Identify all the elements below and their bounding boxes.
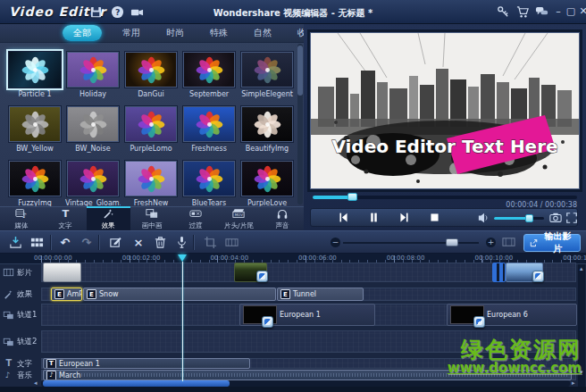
- film-icon: [3, 267, 14, 278]
- toolbar-separator: [193, 235, 194, 250]
- effect-thumb[interactable]: DanGui: [123, 51, 179, 98]
- effect-thumb[interactable]: BlueTears: [181, 160, 237, 207]
- camcorder-icon[interactable]: [130, 5, 144, 19]
- scroll-up-arrow-icon[interactable]: ▴: [580, 266, 583, 272]
- flower-graphic: [253, 55, 282, 85]
- flower-graphic: [79, 110, 108, 139]
- timeline-zoom-slider[interactable]: [343, 242, 479, 244]
- effect-thumb[interactable]: BeautifyImg: [239, 105, 295, 153]
- stop-button[interactable]: [423, 211, 445, 224]
- seek-handle[interactable]: [347, 193, 357, 201]
- effect-thumb[interactable]: Holiday: [65, 51, 121, 98]
- next-frame-button[interactable]: [393, 211, 414, 224]
- register-key-icon[interactable]: [497, 5, 510, 19]
- ruler-label: 00:00:06:00: [298, 254, 337, 262]
- playhead-marker[interactable]: [178, 254, 187, 262]
- volume-icon[interactable]: [477, 212, 491, 224]
- effect-thumb[interactable]: Vintage_Gloam...: [65, 160, 121, 207]
- asset-tab-sound[interactable]: 声音: [260, 207, 304, 230]
- effect-thumb[interactable]: PurpleLomo: [123, 105, 179, 153]
- effect-thumb[interactable]: PurpleLove: [239, 160, 295, 207]
- clip-label: AmPl...: [67, 290, 82, 298]
- preview-panel: Video Editor Text Here 00:00:04 / 00:00:…: [304, 24, 586, 230]
- transition-badge[interactable]: [256, 271, 268, 282]
- scroll-left-arrow-icon[interactable]: ◂: [34, 380, 38, 387]
- asset-tab-media[interactable]: ♪媒体: [0, 207, 44, 230]
- undo-icon[interactable]: ↶: [57, 235, 73, 250]
- clip-european-1[interactable]: European 1: [239, 304, 375, 326]
- category-tab-1[interactable]: 全部: [63, 25, 102, 41]
- export-movie-button[interactable]: 输出影片: [523, 234, 581, 252]
- zoom-in-icon[interactable]: +: [486, 238, 496, 247]
- edit-clip-icon[interactable]: [107, 235, 123, 250]
- asset-tab-transition[interactable]: 过渡: [173, 207, 217, 230]
- effect-thumb[interactable]: FreshNew: [123, 160, 179, 207]
- filmstrip-icon[interactable]: [223, 235, 239, 250]
- asset-tab-text[interactable]: T文字: [44, 207, 88, 230]
- library-scrollbar[interactable]: [297, 44, 303, 204]
- trash-icon[interactable]: [152, 235, 168, 250]
- category-tab-2[interactable]: 常用: [117, 25, 146, 41]
- transition-badge[interactable]: [532, 271, 544, 282]
- minimize-button[interactable]: –: [552, 4, 565, 18]
- category-tab-5[interactable]: 自然: [248, 25, 277, 41]
- clip-label: European 1: [59, 360, 100, 368]
- library-scrollbar-thumb[interactable]: [297, 46, 303, 96]
- fit-timeline-icon[interactable]: [500, 235, 516, 250]
- volume-handle[interactable]: [525, 214, 533, 222]
- snapshot-camera-icon[interactable]: [548, 212, 563, 224]
- flower-graphic: [137, 55, 166, 85]
- effect-thumb[interactable]: BW_Yellow: [7, 105, 63, 153]
- asset-tab-effects[interactable]: 效果: [87, 206, 130, 230]
- category-tab-4[interactable]: 特殊: [205, 25, 233, 41]
- feedback-chat-icon[interactable]: [535, 5, 548, 19]
- horizontal-scrollbar-thumb[interactable]: [43, 380, 230, 387]
- flower-graphic: [195, 164, 224, 194]
- clip-ampl-[interactable]: EAmPl...: [51, 288, 82, 301]
- edit-toolbar: ↶ ↷ × − + 输出影片: [0, 230, 586, 254]
- wand-icon: [3, 289, 14, 300]
- zoom-out-icon[interactable]: −: [331, 238, 340, 247]
- clip-european-1[interactable]: TEuropean 1: [43, 358, 250, 369]
- store-cart-icon[interactable]: [516, 5, 530, 19]
- clip-bars[interactable]: [492, 263, 506, 282]
- effect-thumb[interactable]: Particle 1: [7, 51, 63, 98]
- effect-thumb[interactable]: FuzzyImg: [7, 160, 63, 207]
- effect-thumb[interactable]: September: [181, 51, 237, 98]
- clip-european-6[interactable]: European 6: [447, 304, 577, 326]
- track-label: 轨道1: [17, 309, 38, 320]
- ruler-label: 00:00:02:00: [122, 254, 161, 262]
- redo-icon[interactable]: ↷: [79, 235, 95, 250]
- maximize-button[interactable]: ▢: [565, 4, 577, 18]
- effect-thumb[interactable]: SimpleElegent: [239, 51, 295, 98]
- clip-gray[interactable]: [43, 263, 81, 282]
- asset-tab-intro[interactable]: MOV片头/片尾: [217, 207, 261, 230]
- asset-tab-pip[interactable]: 画中画: [130, 207, 174, 230]
- help-icon[interactable]: ?: [111, 5, 124, 19]
- scroll-right-arrow-icon[interactable]: ▸: [572, 380, 575, 387]
- ruler-label: 00:00:08:00: [387, 254, 425, 262]
- timeline-zoom-handle[interactable]: [446, 238, 458, 246]
- transition-badge[interactable]: [262, 316, 273, 328]
- save-icon[interactable]: [89, 5, 103, 19]
- storyboard-view-icon[interactable]: [29, 235, 45, 250]
- crop-icon[interactable]: [202, 235, 218, 250]
- transition-badge[interactable]: [473, 316, 485, 328]
- fullscreen-icon[interactable]: [565, 212, 579, 224]
- clip-tunnel[interactable]: ETunnel: [277, 288, 364, 301]
- close-button[interactable]: ✕: [577, 4, 586, 18]
- category-tab-3[interactable]: 时尚: [161, 25, 189, 41]
- previous-frame-button[interactable]: [332, 211, 354, 224]
- seek-bar[interactable]: [313, 196, 577, 199]
- pause-button[interactable]: [363, 211, 384, 224]
- delete-clip-icon[interactable]: ×: [130, 235, 146, 250]
- record-voiceover-icon[interactable]: [173, 235, 189, 250]
- clip-snow[interactable]: ESnow: [83, 288, 276, 301]
- svg-text:♪: ♪: [5, 371, 11, 379]
- import-media-icon[interactable]: [7, 235, 23, 250]
- effect-thumb[interactable]: Freshness: [181, 105, 237, 153]
- effect-thumb[interactable]: BW_Noise: [65, 105, 121, 153]
- volume-slider[interactable]: [494, 217, 544, 220]
- effect-name: September: [181, 90, 237, 98]
- timeline-horizontal-scrollbar[interactable]: [41, 380, 570, 387]
